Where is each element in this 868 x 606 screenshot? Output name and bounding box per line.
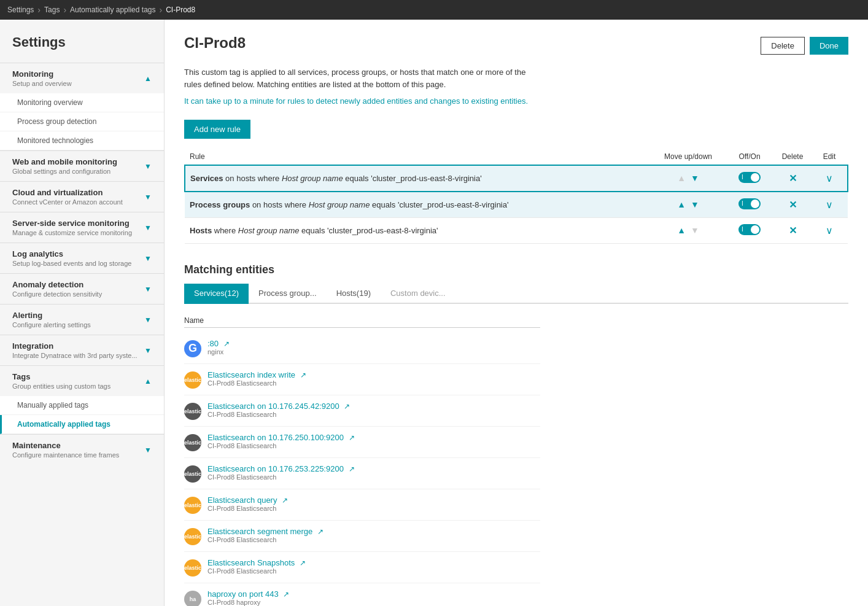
- sidebar-item-monitored-tech[interactable]: Monitored technologies: [0, 131, 164, 150]
- section-monitoring-header[interactable]: Monitoring Setup and overview ▲: [0, 63, 164, 93]
- section-web-mobile: Web and mobile monitoring Global setting…: [0, 150, 164, 181]
- sidebar-item-auto-tags[interactable]: Automatically applied tags: [0, 415, 164, 434]
- entity-icon-elastic-3: elastic: [184, 434, 201, 451]
- chevron-down-icon-4: ▼: [144, 254, 152, 263]
- external-link-icon-6[interactable]: ↗: [282, 496, 288, 505]
- external-link-icon-8[interactable]: ↗: [300, 559, 306, 567]
- section-tags-header[interactable]: Tags Group entities using custom tags ▲: [0, 366, 164, 396]
- entity-sub-1: nginx: [207, 348, 540, 355]
- section-alerting-sub: Configure alerting settings: [12, 321, 144, 328]
- section-server-side: Server-side service monitoring Manage & …: [0, 212, 164, 243]
- entity-name-1[interactable]: :80 ↗: [207, 339, 540, 348]
- move-up-icon-2[interactable]: ▲: [677, 200, 686, 209]
- move-down-icon-2[interactable]: ▼: [691, 200, 699, 209]
- entity-name-9[interactable]: haproxy on port 443 ↗: [207, 589, 540, 599]
- chevron-down-icon-9: ▼: [144, 446, 152, 454]
- edit-cell-1[interactable]: ∨: [811, 165, 848, 192]
- breadcrumb-tags[interactable]: Tags: [44, 6, 60, 14]
- edit-chevron-icon-1[interactable]: ∨: [826, 173, 833, 184]
- entity-name-3[interactable]: Elasticsearch on 10.176.245.42:9200 ↗: [207, 402, 540, 411]
- toggle-switch-2[interactable]: I: [738, 198, 761, 209]
- entity-sub-9: CI-Prod8 haproxy: [207, 599, 540, 606]
- section-anomaly-header[interactable]: Anomaly detection Configure detection se…: [0, 274, 164, 304]
- delete-cell-3[interactable]: ✕: [774, 217, 811, 243]
- delete-button[interactable]: Delete: [761, 37, 805, 55]
- entity-sub-8: CI-Prod8 Elasticsearch: [207, 567, 540, 575]
- section-tags-title: Tags: [12, 372, 144, 381]
- section-alerting: Alerting Configure alerting settings ▼: [0, 304, 164, 335]
- section-log-header[interactable]: Log analytics Setup log-based events and…: [0, 243, 164, 273]
- section-server-header[interactable]: Server-side service monitoring Manage & …: [0, 212, 164, 243]
- section-cloud-title: Cloud and virtualization: [12, 188, 144, 197]
- rule-cell-2: Process groups on hosts where Host group…: [185, 192, 651, 218]
- edit-cell-3[interactable]: ∨: [811, 217, 848, 243]
- external-link-icon-3[interactable]: ↗: [344, 402, 350, 411]
- toggle-cell-2[interactable]: I: [725, 192, 774, 218]
- section-cloud-header[interactable]: Cloud and virtualization Connect vCenter…: [0, 182, 164, 212]
- section-maintenance-sub: Configure maintenance time frames: [12, 451, 144, 459]
- col-rule: Rule: [185, 149, 651, 165]
- edit-chevron-icon-3[interactable]: ∨: [826, 225, 833, 236]
- tab-custom-device: Custom devic...: [381, 284, 455, 304]
- edit-chevron-icon-2[interactable]: ∨: [826, 200, 833, 210]
- section-alerting-header[interactable]: Alerting Configure alerting settings ▼: [0, 305, 164, 335]
- tab-process-group[interactable]: Process group...: [249, 284, 327, 304]
- list-item: elastic Elasticsearch on 10.176.245.42:9…: [184, 395, 540, 427]
- toggle-cell-1[interactable]: I: [725, 165, 774, 192]
- delete-icon-2[interactable]: ✕: [789, 200, 797, 210]
- entity-name-8[interactable]: Elasticsearch Snapshots ↗: [207, 558, 540, 567]
- section-maintenance-title: Maintenance: [12, 441, 144, 450]
- section-web-mobile-header[interactable]: Web and mobile monitoring Global setting…: [0, 151, 164, 181]
- entity-name-6[interactable]: Elasticsearch query ↗: [207, 495, 540, 505]
- external-link-icon-5[interactable]: ↗: [349, 465, 355, 473]
- external-link-icon-4[interactable]: ↗: [349, 433, 355, 442]
- entity-name-4[interactable]: Elasticsearch on 10.176.250.100:9200 ↗: [207, 433, 540, 442]
- entity-icon-elastic-2: elastic: [184, 403, 201, 420]
- section-maintenance-header[interactable]: Maintenance Configure maintenance time f…: [0, 435, 164, 465]
- external-link-icon-9[interactable]: ↗: [283, 590, 289, 599]
- entity-icon-google: G: [184, 340, 201, 357]
- breadcrumb-current: CI-Prod8: [166, 6, 195, 14]
- section-integration-header[interactable]: Integration Integrate Dynatrace with 3rd…: [0, 335, 164, 365]
- add-new-rule-button[interactable]: Add new rule: [184, 120, 250, 139]
- section-tags: Tags Group entities using custom tags ▲ …: [0, 365, 164, 434]
- sidebar-item-monitoring-overview[interactable]: Monitoring overview: [0, 93, 164, 112]
- tab-hosts[interactable]: Hosts(19): [327, 284, 381, 304]
- entities-name-header: Name: [184, 314, 540, 328]
- move-up-icon-3[interactable]: ▲: [677, 225, 686, 235]
- section-maintenance: Maintenance Configure maintenance time f…: [0, 434, 164, 465]
- edit-cell-2[interactable]: ∨: [811, 192, 848, 218]
- delete-icon-3[interactable]: ✕: [789, 225, 797, 236]
- done-button[interactable]: Done: [810, 37, 848, 55]
- section-log-sub: Setup log-based events and log storage: [12, 260, 144, 267]
- rule-cell-1: Services on hosts where Host group name …: [185, 165, 651, 192]
- breadcrumb-settings[interactable]: Settings: [7, 6, 34, 14]
- entity-name-2[interactable]: Elasticsearch index write ↗: [207, 370, 540, 379]
- toggle-switch-1[interactable]: I: [738, 172, 761, 183]
- tab-services[interactable]: Services(12): [184, 284, 249, 304]
- delete-icon-1[interactable]: ✕: [789, 173, 797, 184]
- sidebar: Settings Monitoring Setup and overview ▲…: [0, 20, 165, 606]
- sidebar-item-process-group[interactable]: Process group detection: [0, 112, 164, 131]
- toggle-switch-3[interactable]: I: [738, 224, 761, 235]
- delete-cell-2[interactable]: ✕: [774, 192, 811, 218]
- entity-tabs: Services(12) Process group... Hosts(19) …: [184, 284, 848, 304]
- section-log-analytics: Log analytics Setup log-based events and…: [0, 243, 164, 273]
- external-link-icon-1[interactable]: ↗: [223, 340, 230, 348]
- breadcrumb-auto-tags[interactable]: Automatically applied tags: [70, 6, 155, 14]
- section-integration: Integration Integrate Dynatrace with 3rd…: [0, 335, 164, 365]
- sidebar-item-manual-tags[interactable]: Manually applied tags: [0, 396, 164, 415]
- section-cloud: Cloud and virtualization Connect vCenter…: [0, 181, 164, 212]
- section-cloud-sub: Connect vCenter or Amazon account: [12, 198, 144, 206]
- entity-sub-5: CI-Prod8 Elasticsearch: [207, 473, 540, 481]
- external-link-icon-7[interactable]: ↗: [317, 527, 324, 536]
- chevron-down-icon-5: ▼: [144, 285, 152, 293]
- entity-name-7[interactable]: Elasticsearch segment merge ↗: [207, 527, 540, 536]
- delete-cell-1[interactable]: ✕: [774, 165, 811, 192]
- entity-name-5[interactable]: Elasticsearch on 10.176.253.225:9200 ↗: [207, 464, 540, 473]
- external-link-icon-2[interactable]: ↗: [300, 371, 306, 379]
- list-item: elastic Elasticsearch query ↗ CI-Prod8 E…: [184, 489, 540, 521]
- move-down-icon[interactable]: ▼: [691, 173, 699, 183]
- toggle-cell-3[interactable]: I: [725, 217, 774, 243]
- move-up-icon-disabled: ▲: [677, 173, 686, 183]
